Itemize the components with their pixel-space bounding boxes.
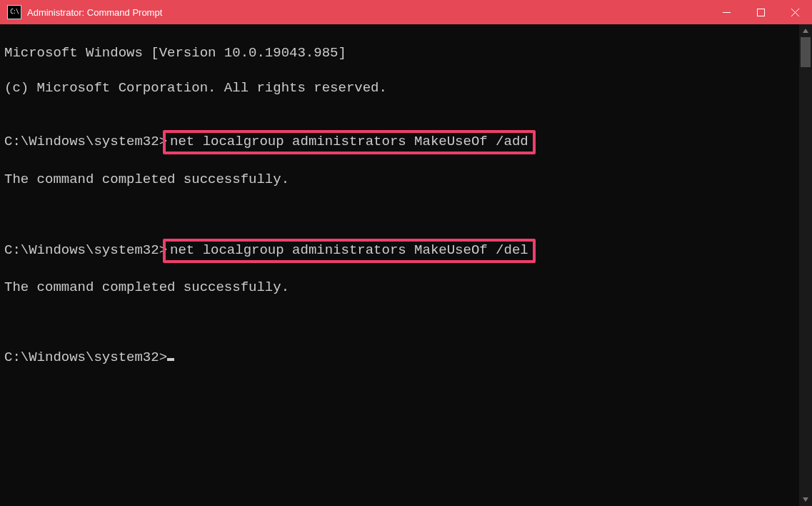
console-line: C:\Windows\system32> bbox=[4, 349, 795, 366]
minimize-button[interactable] bbox=[709, 0, 743, 24]
titlebar[interactable]: C:\ Administrator: Command Prompt bbox=[0, 0, 812, 24]
cmd-app-icon: C:\ bbox=[7, 5, 21, 19]
cursor-icon bbox=[167, 358, 174, 361]
console-output[interactable]: Microsoft Windows [Version 10.0.19043.98… bbox=[0, 24, 799, 506]
svg-rect-1 bbox=[757, 9, 764, 16]
highlight-box: net localgroup administrators MakeUseOf … bbox=[163, 239, 536, 263]
svg-rect-0 bbox=[723, 12, 731, 13]
maximize-button[interactable] bbox=[743, 0, 778, 24]
command-text: net localgroup administrators MakeUseOf … bbox=[170, 134, 528, 149]
command-prompt-window: C:\ Administrator: Command Prompt Micros… bbox=[0, 0, 812, 506]
command-text: net localgroup administrators MakeUseOf … bbox=[170, 242, 528, 258]
console-area: Microsoft Windows [Version 10.0.19043.98… bbox=[0, 24, 812, 506]
scroll-thumb[interactable] bbox=[801, 37, 811, 67]
console-line: C:\Windows\system32>net localgroup admin… bbox=[4, 240, 795, 262]
window-title: Administrator: Command Prompt bbox=[27, 7, 162, 18]
close-button[interactable] bbox=[778, 0, 812, 24]
prompt-text: C:\Windows\system32> bbox=[4, 242, 167, 259]
prompt-text: C:\Windows\system32> bbox=[4, 349, 167, 366]
console-line: The command completed successfully. bbox=[4, 279, 795, 296]
close-icon bbox=[791, 9, 799, 16]
scroll-up-button[interactable] bbox=[799, 24, 812, 37]
minimize-icon bbox=[723, 9, 731, 16]
chevron-down-icon bbox=[803, 497, 808, 502]
maximize-icon bbox=[757, 9, 765, 16]
highlight-box: net localgroup administrators MakeUseOf … bbox=[163, 130, 536, 154]
prompt-text: C:\Windows\system32> bbox=[4, 133, 167, 150]
console-line: Microsoft Windows [Version 10.0.19043.98… bbox=[4, 44, 795, 61]
chevron-up-icon bbox=[803, 29, 808, 33]
scroll-down-button[interactable] bbox=[799, 493, 812, 506]
vertical-scrollbar[interactable] bbox=[799, 24, 812, 506]
console-line: The command completed successfully. bbox=[4, 171, 795, 188]
console-line: C:\Windows\system32>net localgroup admin… bbox=[4, 132, 795, 153]
console-line: (c) Microsoft Corporation. All rights re… bbox=[4, 79, 795, 96]
